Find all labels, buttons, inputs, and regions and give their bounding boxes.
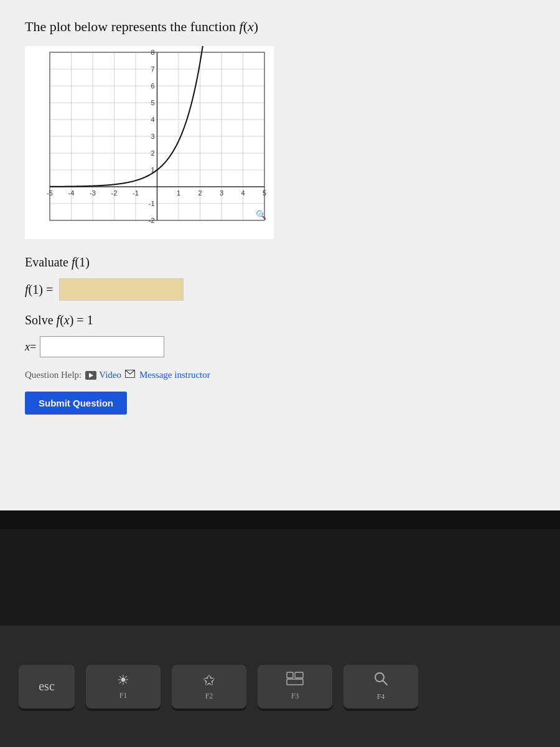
x-input[interactable] — [40, 336, 164, 357]
f2-key[interactable]: ✩ F2 — [172, 665, 246, 708]
graph-container — [25, 46, 274, 239]
f1-input[interactable] — [59, 278, 184, 301]
f4-search-icon — [373, 671, 388, 690]
keyboard-area: esc ☀ F1 ✩ F2 F3 F4 — [0, 626, 560, 747]
keyboard-divider — [0, 510, 560, 529]
f4-key[interactable]: F4 — [343, 665, 418, 708]
f2-label: F2 — [205, 692, 213, 701]
f3-mission-control-icon — [286, 672, 304, 689]
svg-rect-2 — [295, 672, 303, 678]
f1-brightness-icon: ☀ — [117, 672, 129, 688]
video-link[interactable]: Video — [85, 370, 121, 380]
esc-key[interactable]: esc — [19, 665, 75, 708]
content-area: The plot below represents the function f… — [0, 0, 560, 510]
esc-label: esc — [39, 679, 55, 693]
mail-icon — [125, 370, 135, 378]
submit-question-button[interactable]: Submit Question — [25, 392, 127, 415]
question-help: Question Help: Video Message instructor — [25, 370, 535, 380]
svg-rect-3 — [287, 679, 303, 685]
question-help-label: Question Help: — [25, 370, 82, 380]
x-input-row: x= — [25, 336, 535, 357]
message-instructor-link[interactable]: Message instructor — [125, 370, 210, 380]
f1-key[interactable]: ☀ F1 — [86, 665, 161, 708]
svg-rect-1 — [287, 672, 293, 678]
f2-brightness-icon: ✩ — [203, 672, 215, 689]
f3-label: F3 — [291, 692, 299, 701]
f1-label: F1 — [119, 691, 128, 700]
evaluate-label: Evaluate f(1) — [25, 255, 535, 270]
svg-line-5 — [383, 681, 388, 685]
f4-label: F4 — [377, 692, 385, 702]
video-icon — [85, 371, 96, 380]
f1-label: f(1) = — [25, 283, 53, 297]
function-graph — [25, 46, 274, 239]
f3-key[interactable]: F3 — [258, 665, 332, 708]
x-label: x= — [25, 341, 36, 354]
solve-label: Solve f(x) = 1 — [25, 313, 535, 327]
page-title: The plot below represents the function f… — [25, 19, 535, 35]
f1-input-row: f(1) = — [25, 278, 535, 301]
